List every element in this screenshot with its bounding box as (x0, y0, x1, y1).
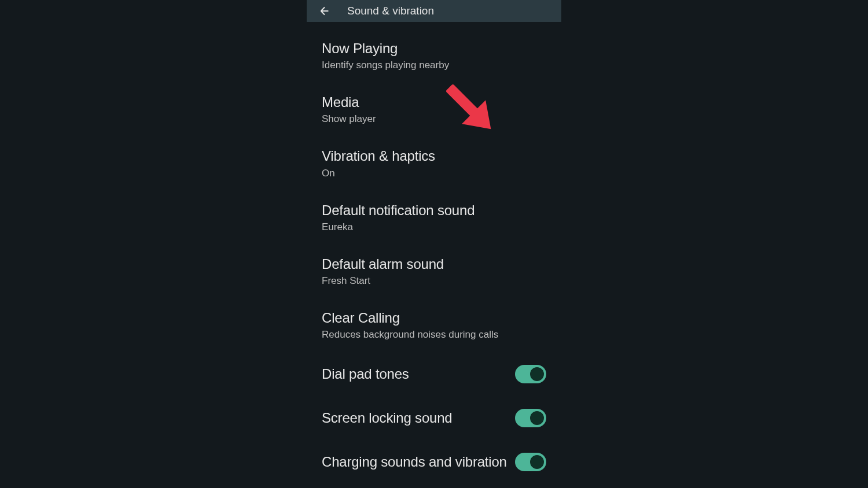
item-subtitle: Reduces background noises during calls (322, 329, 546, 341)
item-title: Media (322, 93, 546, 111)
now-playing-item[interactable]: Now Playing Identify songs playing nearb… (307, 29, 561, 83)
back-arrow-icon[interactable] (318, 5, 331, 17)
toggle-label: Charging sounds and vibration (322, 454, 507, 470)
item-subtitle: On (322, 168, 546, 179)
header-bar: Sound & vibration (307, 0, 561, 22)
page-title: Sound & vibration (347, 5, 434, 17)
switch-knob (530, 367, 544, 381)
notification-sound-item[interactable]: Default notification sound Eureka (307, 191, 561, 245)
screen-locking-sound-toggle[interactable] (515, 409, 546, 427)
screen-locking-sound-item[interactable]: Screen locking sound (307, 396, 561, 440)
clear-calling-item[interactable]: Clear Calling Reduces background noises … (307, 298, 561, 352)
toggle-label: Screen locking sound (322, 410, 452, 426)
item-title: Now Playing (322, 39, 546, 57)
media-item[interactable]: Media Show player (307, 83, 561, 136)
item-title: Default notification sound (322, 201, 546, 219)
charging-sounds-toggle[interactable] (515, 453, 546, 471)
item-subtitle: Show player (322, 113, 546, 125)
item-subtitle: Eureka (322, 221, 546, 233)
item-title: Vibration & haptics (322, 147, 546, 165)
settings-screen: Sound & vibration Now Playing Identify s… (307, 0, 561, 488)
item-subtitle: Identify songs playing nearby (322, 60, 546, 71)
item-subtitle: Fresh Start (322, 275, 546, 287)
switch-knob (530, 411, 544, 425)
vibration-haptics-item[interactable]: Vibration & haptics On (307, 136, 561, 190)
toggle-label: Dial pad tones (322, 366, 409, 382)
switch-knob (530, 455, 544, 469)
settings-list: Now Playing Identify songs playing nearb… (307, 22, 561, 484)
item-title: Clear Calling (322, 309, 546, 327)
item-title: Default alarm sound (322, 255, 546, 273)
dial-pad-tones-toggle[interactable] (515, 365, 546, 383)
alarm-sound-item[interactable]: Default alarm sound Fresh Start (307, 245, 561, 298)
dial-pad-tones-item[interactable]: Dial pad tones (307, 352, 561, 396)
charging-sounds-item[interactable]: Charging sounds and vibration (307, 440, 561, 484)
